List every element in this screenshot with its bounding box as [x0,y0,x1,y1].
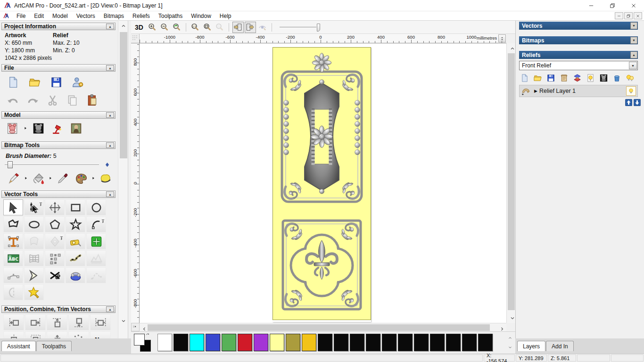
star-wizard-button[interactable] [24,284,44,300]
zoom-in-button[interactable] [147,22,158,33]
menu-bitmaps[interactable]: Bitmaps [99,13,128,19]
palette-tool-button[interactable] [73,171,89,186]
paint-brush-button[interactable] [6,171,22,186]
star-tool-button[interactable] [66,216,85,232]
ruler-unit-button[interactable] [498,34,506,42]
flyout-arrow-icon[interactable] [91,176,95,180]
palette-swatch-6[interactable] [254,334,268,351]
polyline-tool-button[interactable] [3,216,23,232]
relief-layer-row[interactable]: ▶ Relief Layer 1 [519,85,638,97]
save-file-button[interactable] [48,74,64,90]
polygon-tool-button[interactable] [45,216,65,232]
vertical-ruler[interactable]: 8006004002000-200-400-600-800 [131,43,140,323]
canvas-vertical-scrollbar[interactable] [506,43,515,323]
transform-button[interactable] [45,199,65,215]
arc-tool-button[interactable] [86,216,106,232]
palette-swatch-19[interactable] [462,334,477,351]
paste-curve-button[interactable] [66,250,85,266]
texture-button[interactable] [68,121,84,136]
reliefs-panel-header[interactable]: Reliefs ▲ [519,51,638,59]
menu-vectors[interactable]: Vectors [72,13,99,19]
palette-swatch-3[interactable] [206,334,220,351]
palette-swatch-4[interactable] [222,334,236,351]
layer-name[interactable]: Relief Layer 1 [539,88,576,94]
slider-track[interactable] [5,165,99,165]
palette-scroll-up-button[interactable] [506,333,514,343]
palette-swatch-11[interactable] [334,334,348,351]
arrowhead-button[interactable] [24,267,44,283]
toggle-bitmap-visibility-button[interactable] [232,22,244,33]
node-edit-button[interactable] [24,199,44,215]
scroll-thumb[interactable] [508,53,515,310]
section-header-vector-tools[interactable]: Vector Tools ▲ [1,190,116,198]
text-tool-button[interactable] [3,233,23,249]
ellipse-tool-button[interactable] [24,216,44,232]
paste-array-button[interactable] [45,250,65,266]
tab-layers[interactable]: Layers [517,341,545,351]
artwork-canvas[interactable] [272,47,371,322]
canvas-viewport[interactable] [140,43,506,323]
align-up-button[interactable] [47,331,67,338]
model-size-button[interactable] [5,121,21,136]
nudge-button[interactable] [86,233,106,249]
collapse-button[interactable]: ▲ [106,65,114,71]
colour-picker-button[interactable] [55,171,71,186]
scroll-thumb[interactable] [148,324,490,331]
align-right-button[interactable] [25,314,46,330]
scatter-button[interactable] [68,331,89,338]
palette-swatch-13[interactable] [366,334,380,351]
flyout-arrow-icon[interactable] [24,176,28,180]
align-left-button[interactable] [3,314,24,330]
wrap-text-button[interactable] [24,233,44,249]
palette-swatch-5[interactable] [238,334,252,351]
palette-swatch-15[interactable] [398,334,413,351]
center-page-button[interactable] [25,331,46,338]
relief-select-dropdown[interactable]: Front Relief ▼ [519,61,638,70]
section-header-bitmap-tools[interactable]: Bitmap Tools ▲ [1,141,116,149]
trim-button[interactable] [45,267,65,283]
zoom-previous-button[interactable] [171,22,182,33]
primary-secondary-colour-indicator[interactable] [134,334,156,353]
assistant-scrollbar[interactable] [118,21,128,338]
slider-handle[interactable] [8,161,13,168]
menu-window[interactable]: Window [187,13,215,19]
distort-button[interactable] [86,250,106,266]
preview-relief-button[interactable] [257,22,268,33]
canvas-horizontal-scrollbar[interactable] [140,323,506,331]
menu-edit[interactable]: Edit [30,13,48,19]
collapse-button[interactable]: ▲ [106,142,114,148]
palette-swatch-8[interactable] [286,334,300,351]
measure-button[interactable] [66,233,85,249]
text-abc-button[interactable]: ABC [3,250,23,266]
relief-scroll-button[interactable] [559,73,570,83]
rect-tool-button[interactable] [66,199,85,215]
collapse-button[interactable]: ▲ [106,191,114,197]
section-header-position-combine-trim[interactable]: Position, Combine, Trim Vectors ▲ [1,305,116,313]
scroll-thumb[interactable] [120,32,127,158]
minimize-button[interactable] [580,0,602,11]
palette-swatch-14[interactable] [382,334,396,351]
lighting-button[interactable] [49,121,65,136]
section-header-file[interactable]: File ▲ [1,64,116,72]
zoom-fit-button[interactable] [202,22,213,33]
paste-button[interactable] [84,92,100,107]
layer-visibility-button[interactable] [626,86,636,96]
collapse-button[interactable]: ▲ [106,24,114,29]
free-curve-button[interactable] [86,267,106,283]
palette-swatch-9[interactable] [302,334,316,351]
collapse-button[interactable]: ▲ [630,51,637,58]
collapse-button[interactable]: ▲ [106,306,114,312]
palette-swatch-2[interactable] [190,334,204,351]
relief-new-file-button[interactable] [519,73,530,83]
ruler-corner[interactable] [131,34,140,43]
pane-splitter-button[interactable] [131,323,140,331]
open-file-button[interactable] [26,74,42,90]
envelope-button[interactable] [24,250,44,266]
dropdown-arrow-button[interactable]: ▼ [629,62,637,69]
palette-swatch-20[interactable] [478,334,493,351]
palette-swatch-7[interactable] [270,334,284,351]
extrude-button[interactable] [66,267,85,283]
zoom-out-button[interactable] [159,22,170,33]
move-layer-down-button[interactable] [634,99,641,106]
brush-diameter-slider[interactable] [4,161,109,169]
